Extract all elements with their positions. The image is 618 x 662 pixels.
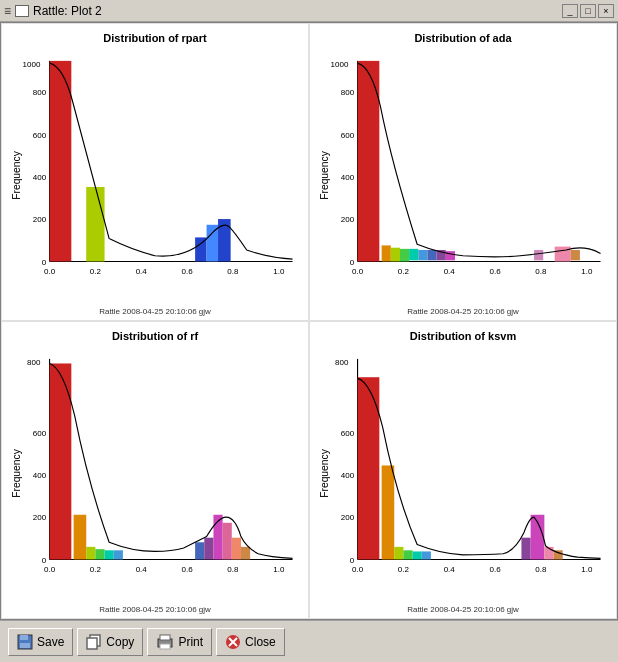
bar (555, 247, 571, 262)
minimize-button[interactable]: _ (562, 4, 578, 18)
svg-text:0.0: 0.0 (44, 267, 56, 276)
bar (418, 250, 427, 260)
svg-text:0.4: 0.4 (444, 267, 456, 276)
svg-text:1.0: 1.0 (581, 267, 593, 276)
print-icon (156, 634, 174, 650)
bar (427, 250, 436, 260)
plot-ksvm-svg: Frequency 0 200 400 600 800 0.0 0.2 0.4 … (314, 344, 612, 603)
bar (409, 249, 418, 260)
plot-rpart-caption: Rattle 2008-04-25 20:10:06 gjw (99, 307, 211, 316)
bar (382, 465, 395, 559)
svg-text:0.2: 0.2 (398, 267, 410, 276)
bar (446, 251, 455, 260)
bar (50, 61, 72, 262)
title-bar-left: ≡ Rattle: Plot 2 (4, 4, 102, 18)
svg-text:0.8: 0.8 (227, 267, 239, 276)
save-icon (17, 634, 33, 650)
svg-text:0.8: 0.8 (227, 565, 239, 574)
bar (400, 249, 409, 262)
title-bar: ≡ Rattle: Plot 2 _ □ × (0, 0, 618, 22)
svg-text:1.0: 1.0 (273, 565, 285, 574)
plot-ksvm-title: Distribution of ksvm (410, 330, 516, 342)
bar (207, 225, 218, 262)
svg-text:200: 200 (33, 215, 47, 224)
plot-rf-caption: Rattle 2008-04-25 20:10:06 gjw (99, 605, 211, 614)
svg-text:0.6: 0.6 (490, 565, 502, 574)
close-icon (225, 634, 241, 650)
svg-text:1.0: 1.0 (273, 267, 285, 276)
svg-text:1000: 1000 (331, 60, 349, 69)
window-title: Rattle: Plot 2 (33, 4, 102, 18)
svg-text:Frequency: Frequency (319, 448, 330, 498)
restore-button[interactable]: □ (580, 4, 596, 18)
bar (74, 515, 87, 560)
svg-text:0: 0 (42, 258, 47, 267)
svg-text:800: 800 (335, 358, 349, 367)
window-icon (15, 5, 29, 17)
bar (391, 248, 400, 262)
svg-text:600: 600 (341, 131, 355, 140)
copy-icon (86, 634, 102, 650)
bar (422, 551, 431, 559)
svg-text:1000: 1000 (23, 60, 41, 69)
svg-text:600: 600 (33, 131, 47, 140)
svg-text:0.8: 0.8 (535, 267, 547, 276)
svg-rect-62 (87, 638, 97, 649)
svg-text:0.0: 0.0 (44, 565, 56, 574)
svg-text:400: 400 (33, 173, 47, 182)
copy-button[interactable]: Copy (77, 628, 143, 656)
close-window-button[interactable]: × (598, 4, 614, 18)
svg-text:Frequency: Frequency (319, 150, 330, 200)
close-button[interactable]: Close (216, 628, 285, 656)
save-button[interactable]: Save (8, 628, 73, 656)
svg-text:200: 200 (33, 513, 47, 522)
plot-rf-area: Frequency 0 200 400 600 800 0.0 0.2 0.4 … (6, 344, 304, 603)
density-curve (358, 63, 601, 257)
svg-text:400: 400 (341, 471, 355, 480)
bar (195, 542, 204, 559)
bar (86, 187, 104, 262)
svg-rect-64 (160, 635, 170, 640)
plot-rpart-title: Distribution of rpart (103, 32, 206, 44)
svg-text:600: 600 (33, 429, 47, 438)
svg-rect-65 (160, 644, 170, 649)
bar (232, 538, 241, 560)
svg-text:400: 400 (341, 173, 355, 182)
bar (114, 550, 123, 559)
plot-rpart-svg: Frequency 0 200 400 600 800 1000 0.0 0.2… (6, 46, 304, 305)
plot-rpart-area: Frequency 0 200 400 600 800 1000 0.0 0.2… (6, 46, 304, 305)
svg-rect-60 (20, 643, 30, 648)
plot-ada: Distribution of ada Frequency 0 200 400 … (309, 23, 617, 321)
plot-rf: Distribution of rf Frequency 0 200 400 6… (1, 321, 309, 619)
svg-text:Frequency: Frequency (11, 448, 22, 498)
title-bar-controls: _ □ × (562, 4, 614, 18)
svg-text:0.2: 0.2 (90, 565, 102, 574)
svg-text:0: 0 (350, 258, 355, 267)
bar (95, 549, 104, 559)
density-curve (50, 63, 293, 259)
svg-text:0.2: 0.2 (90, 267, 102, 276)
bar (382, 245, 391, 261)
plot-rf-svg: Frequency 0 200 400 600 800 0.0 0.2 0.4 … (6, 344, 304, 603)
bar (223, 523, 232, 560)
bar (521, 538, 530, 560)
bar (534, 250, 543, 260)
svg-text:0: 0 (42, 556, 47, 565)
svg-text:800: 800 (341, 88, 355, 97)
svg-text:800: 800 (27, 358, 41, 367)
print-button[interactable]: Print (147, 628, 212, 656)
svg-text:400: 400 (33, 471, 47, 480)
menu-icon[interactable]: ≡ (4, 4, 11, 18)
plot-ada-title: Distribution of ada (414, 32, 511, 44)
svg-text:0.6: 0.6 (182, 565, 194, 574)
svg-text:0: 0 (350, 556, 355, 565)
svg-text:0.0: 0.0 (352, 565, 364, 574)
plot-rf-title: Distribution of rf (112, 330, 198, 342)
bar (86, 547, 95, 560)
bar (394, 547, 403, 560)
plot-ada-svg: Frequency 0 200 400 600 800 1000 0.0 0.2… (314, 46, 612, 305)
plot-ksvm-area: Frequency 0 200 400 600 800 0.0 0.2 0.4 … (314, 344, 612, 603)
toolbar: Save Copy Print Close (0, 620, 618, 662)
svg-text:200: 200 (341, 215, 355, 224)
svg-text:Frequency: Frequency (11, 150, 22, 200)
